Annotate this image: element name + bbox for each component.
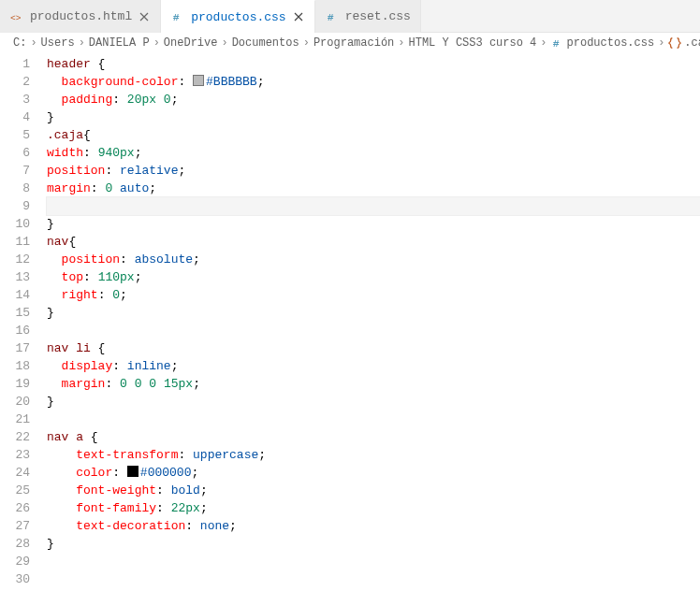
crumb[interactable]: OneDrive — [164, 36, 218, 50]
code-line[interactable] — [47, 553, 700, 570]
chevron-right-icon: › — [79, 36, 85, 50]
color-swatch[interactable] — [127, 466, 139, 477]
crumb[interactable]: DANIELA P — [89, 36, 150, 50]
token-prop: padding — [62, 93, 113, 107]
token-sel: nav a — [47, 430, 91, 444]
crumb[interactable]: C: — [13, 36, 26, 50]
code-line[interactable] — [47, 322, 700, 339]
chevron-right-icon: › — [303, 36, 310, 50]
token-punc: } — [47, 306, 54, 320]
code-line[interactable]: font-family: 22px; — [47, 499, 700, 517]
code-line[interactable]: top: 110px; — [47, 268, 700, 286]
code-line[interactable] — [47, 570, 700, 588]
crumb[interactable]: Users — [41, 36, 75, 50]
code-line[interactable]: position: relative; — [47, 162, 700, 180]
line-number: 26 — [0, 499, 30, 517]
html-icon: <> — [9, 9, 24, 24]
crumb[interactable]: HTML Y CSS3 curso 4 — [409, 36, 537, 50]
code-line[interactable]: margin: 0 auto; — [47, 180, 700, 197]
line-number: 9 — [0, 197, 30, 215]
css-icon: # — [170, 9, 185, 24]
crumb[interactable]: Programación — [314, 36, 394, 50]
code-line[interactable]: nav{ — [47, 233, 700, 251]
token-punc: { — [98, 341, 106, 355]
color-swatch[interactable] — [193, 75, 204, 86]
code-line[interactable]: position: absolute; — [47, 251, 700, 268]
token-punc — [112, 181, 120, 195]
tab-productos-css[interactable]: # productos.css — [161, 0, 314, 33]
code-line[interactable]: nav a { — [47, 428, 700, 446]
close-icon[interactable] — [292, 10, 305, 23]
css-icon: # — [325, 9, 340, 24]
code-line[interactable]: margin: 0 0 0 15px; — [47, 375, 700, 393]
code-line[interactable] — [47, 197, 700, 215]
token-punc: : — [185, 519, 200, 533]
token-punc: ; — [135, 270, 142, 284]
code-line[interactable]: } — [47, 108, 700, 126]
code-line[interactable]: text-decoration: none; — [47, 517, 700, 535]
code-editor[interactable]: 1234567891011121314151617181920212223242… — [0, 53, 700, 588]
code-area[interactable]: header { background-color: #BBBBBB; padd… — [47, 53, 700, 588]
token-punc: } — [47, 537, 54, 551]
token-punc: ; — [258, 448, 266, 462]
crumb[interactable]: Documentos — [232, 36, 299, 50]
token-punc: { — [83, 128, 91, 142]
token-punc: ; — [171, 93, 179, 107]
crumb-file[interactable]: productos.css — [567, 36, 655, 50]
token-punc: : — [83, 146, 98, 160]
line-gutter: 1234567891011121314151617181920212223242… — [0, 53, 47, 588]
code-line[interactable] — [47, 411, 700, 428]
token-prop: text-transform — [76, 448, 178, 462]
token-val: inline — [127, 359, 171, 373]
line-number: 8 — [0, 180, 30, 197]
code-line[interactable]: } — [47, 215, 700, 233]
token-sel: nav li — [47, 341, 98, 355]
token-hex: #000000 — [140, 466, 192, 480]
token-punc — [156, 377, 164, 391]
code-line[interactable]: text-transform: uppercase; — [47, 446, 700, 464]
line-number: 17 — [0, 339, 30, 357]
code-line[interactable]: width: 940px; — [47, 144, 700, 162]
token-prop: position — [62, 252, 120, 267]
code-line[interactable]: font-weight: bold; — [47, 482, 700, 499]
code-line[interactable]: } — [47, 535, 700, 553]
close-icon[interactable] — [138, 10, 151, 23]
code-line[interactable]: color: #000000; — [47, 464, 700, 482]
line-number: 25 — [0, 482, 30, 499]
code-line[interactable]: header { — [47, 55, 700, 73]
code-line[interactable]: nav li { — [47, 339, 700, 357]
crumb-symbol[interactable]: .caja — [684, 36, 700, 50]
line-number: 14 — [0, 286, 30, 304]
symbol-icon — [668, 36, 681, 50]
code-line[interactable]: padding: 20px 0; — [47, 91, 700, 108]
line-number: 2 — [0, 73, 30, 91]
code-line[interactable]: .caja{ — [47, 126, 700, 144]
token-punc: : — [105, 377, 120, 391]
code-line[interactable]: display: inline; — [47, 357, 700, 375]
token-prop: top — [62, 270, 83, 284]
tab-reset-css[interactable]: # reset.css — [315, 0, 421, 33]
token-num: 0 — [112, 288, 120, 302]
token-sel: nav — [47, 235, 68, 249]
svg-text:#: # — [552, 38, 559, 50]
code-line[interactable]: } — [47, 393, 700, 411]
code-line[interactable]: background-color: #BBBBBB; — [47, 73, 700, 91]
line-number: 4 — [0, 108, 30, 126]
tab-productos-html[interactable]: <> productos.html — [0, 0, 161, 33]
line-number: 27 — [0, 517, 30, 535]
chevron-right-icon: › — [30, 36, 36, 50]
token-prop: font-family — [76, 501, 156, 515]
line-number: 29 — [0, 553, 30, 570]
line-number: 10 — [0, 215, 30, 233]
code-line[interactable]: } — [47, 304, 700, 322]
token-punc: ; — [120, 288, 127, 302]
token-punc: ; — [193, 377, 200, 391]
code-line[interactable]: right: 0; — [47, 286, 700, 304]
token-num: 22px — [171, 501, 200, 515]
token-val: bold — [171, 483, 200, 497]
token-punc: : — [156, 483, 171, 497]
token-punc: : — [98, 288, 113, 302]
token-punc: : — [91, 181, 106, 195]
line-number: 12 — [0, 251, 30, 268]
token-prop: text-decoration — [76, 519, 185, 533]
